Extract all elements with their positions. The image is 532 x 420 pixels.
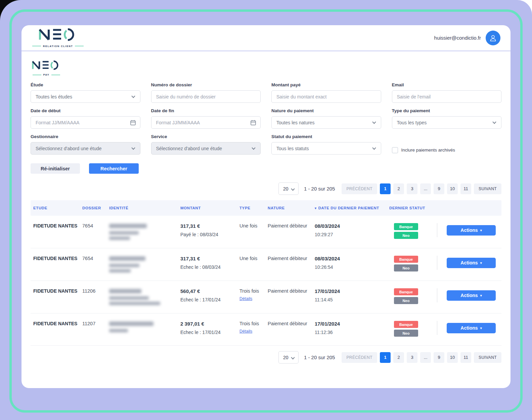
amount-status-note: Echec le : 17/01/24 [180,297,237,302]
page-number-button[interactable]: 11 [460,183,471,194]
cell-etude: FIDETUDE NANTES [31,223,80,228]
payment-time: 11:14:45 [315,297,387,302]
cell-type: Une fois [237,256,265,261]
neo-pay-logo: PAY [32,60,61,76]
cell-nature: Paiement débiteur [265,288,312,294]
filter-statut-paiement: Statut du paiement Tous les statuts [271,134,381,155]
redacted-line [109,296,149,300]
cell-statut: Banque Neo [387,223,437,239]
filter-nature-paiement: Nature du paiement Toutes les natures [271,108,381,129]
nature-paiement-select[interactable]: Toutes les natures [271,116,381,129]
pagination-range: 1 - 20 sur 205 [304,354,335,360]
redacted-line [109,231,139,235]
chevron-down-icon [291,355,295,359]
filter-gestionnaire: Gestionnaire Sélectionnez d'abord une ét… [31,134,140,155]
page-number-button[interactable]: 1 [380,352,391,363]
cell-identity-redacted [106,223,178,240]
page-number-button[interactable]: 2 [393,183,404,194]
page-number-button[interactable]: 10 [447,183,458,194]
previous-page-button[interactable]: PRÉCÉDENT [342,183,377,194]
next-page-button[interactable]: SUIVANT [474,352,501,363]
cell-nature: Paiement débiteur [265,223,312,228]
actions-button[interactable]: Actions ▾ [447,290,496,301]
column-header-type[interactable]: TYPE [237,206,265,210]
column-header-dossier[interactable]: DOSSIER [80,206,106,210]
actions-button[interactable]: Actions ▾ [447,225,496,236]
filter-type-paiement: Type du paiement Tous les types [392,108,502,129]
details-link[interactable]: Détails [239,296,252,301]
caret-down-icon: ▾ [480,261,482,265]
page-number-button[interactable]: 2 [393,352,404,363]
etude-select[interactable]: Toutes les études [31,90,140,103]
page-number-button[interactable]: 3 [407,352,417,363]
brand-tagline-text: RELATION CLIENT [43,45,73,48]
page-size-select[interactable]: 20 [278,351,299,364]
page-number-button[interactable]: ... [420,183,431,194]
amount-status-note: Echec le : 17/01/24 [180,330,237,335]
filter-email: Email Saisie de l'email [392,82,502,103]
cell-dossier: 11207 [80,321,106,326]
actions-button[interactable]: Actions ▾ [447,258,496,268]
chevron-down-icon [252,146,255,150]
montant-paye-input[interactable]: Saisie du montant exact [271,90,381,103]
page-number-button[interactable]: 10 [447,352,458,363]
table-header-row: ETUDE DOSSIER IDENTITÉ MONTANT TYPE NATU… [31,200,501,216]
chevron-down-icon [131,94,135,98]
column-header-montant[interactable]: MONTANT [178,206,237,210]
date-fin-input[interactable]: Format JJ/MM/AAAA [151,116,261,129]
page-number-button[interactable]: 11 [460,352,471,363]
type-paiement-select[interactable]: Tous les types [392,116,502,129]
actions-button[interactable]: Actions ▾ [447,323,496,333]
page-number-button[interactable]: 1 [380,183,391,194]
payment-time: 11:12:36 [315,330,387,335]
column-header-statut[interactable]: DERNIER STATUT [387,206,437,210]
cell-montant: 317,31 € Payé le : 08/03/24 [178,223,237,237]
statut-paiement-select[interactable]: Tous les statuts [271,142,381,155]
page-size-select[interactable]: 20 [278,182,299,195]
amount-value: 2 397,01 € [180,321,237,327]
cell-type: Trois fois Détails [237,288,265,301]
type-value: Une fois [239,256,265,261]
status-badge-neo: Neo [394,330,418,337]
user-avatar[interactable] [486,31,500,45]
montant-paye-placeholder: Saisie du montant exact [276,94,326,99]
search-button[interactable]: Rechercher [89,163,139,174]
page-number-button[interactable]: 3 [407,183,417,194]
calendar-icon [130,120,136,127]
page-size-value: 20 [283,355,289,360]
page-number-button[interactable]: 9 [434,352,444,363]
numero-dossier-input[interactable]: Saisie du numéro de dossier [151,90,261,103]
previous-page-button[interactable]: PRÉCÉDENT [342,352,377,363]
cell-montant: 2 397,01 € Echec le : 17/01/24 [178,321,237,335]
amount-value: 560,47 € [180,288,237,294]
divider [437,288,437,302]
payments-table: ETUDE DOSSIER IDENTITÉ MONTANT TYPE NATU… [31,200,501,345]
pay-tagline-text: PAY [43,73,50,76]
cell-statut: Banque Neo [387,321,437,337]
divider [437,223,437,237]
next-page-button[interactable]: SUIVANT [474,183,501,194]
details-link[interactable]: Détails [239,329,252,334]
column-header-etude[interactable]: ETUDE [31,206,80,210]
brand-tagline: RELATION CLIENT [32,45,84,48]
caret-down-icon: ▾ [480,294,482,297]
reset-button[interactable]: Ré-initialiser [31,163,80,174]
archives-checkbox[interactable] [392,147,398,153]
cell-dossier: 7654 [80,223,106,228]
cell-dossier: 11206 [80,288,106,294]
column-header-date[interactable]: ▾ DATE DU DERNIER PAIEMENT [312,206,387,210]
gestionnaire-select[interactable]: Sélectionnez d'abord une étude [31,142,140,155]
cell-type: Une fois [237,223,265,228]
cell-date: 17/01/2024 11:14:45 [312,288,387,302]
numero-dossier-placeholder: Saisie du numéro de dossier [156,94,216,99]
service-select[interactable]: Sélectionnez d'abord une étude [151,142,261,155]
page-number-button[interactable]: 9 [434,183,444,194]
payment-time: 10:26:54 [315,264,387,270]
date-debut-input[interactable]: Format JJ/MM/AAAA [31,116,140,129]
cell-identity-redacted [106,321,178,332]
payment-date: 08/03/2024 [315,223,387,229]
email-input[interactable]: Saisie de l'email [392,90,502,103]
page-number-button[interactable]: ... [420,352,431,363]
column-header-nature[interactable]: NATURE [265,206,312,210]
column-header-identite[interactable]: IDENTITÉ [106,206,178,210]
